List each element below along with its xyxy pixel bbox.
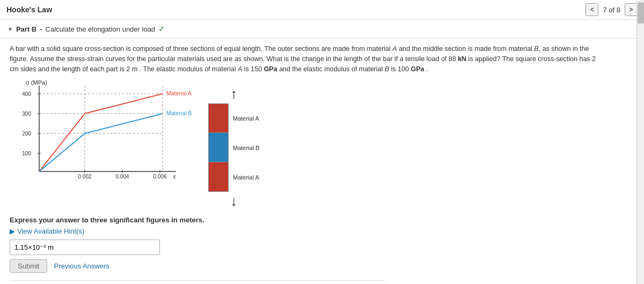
submit-button[interactable]: Submit [10, 259, 47, 273]
svg-text:0.002: 0.002 [78, 174, 91, 180]
chart-svg: σ (MPa) ε 400 300 200 100 [10, 80, 192, 198]
svg-text:400: 400 [22, 91, 31, 97]
bar-label-bot: Material A [233, 162, 260, 192]
hint-link[interactable]: ▶ View Available Hint(s) [10, 227, 634, 235]
nav-controls: < 7 of 8 > [586, 3, 638, 16]
prev-button[interactable]: < [586, 3, 598, 16]
diagram-area: σ (MPa) ε 400 300 200 100 [10, 80, 634, 210]
svg-text:200: 200 [22, 131, 31, 137]
bar-segment-top-red [208, 103, 229, 133]
answer-input[interactable] [10, 240, 160, 255]
bar-segment-blue [208, 133, 229, 162]
arrow-down-icon: ↓ [230, 193, 237, 210]
bar-label-top: Material A [233, 103, 260, 133]
bar-segments [208, 103, 229, 192]
svg-text:100: 100 [22, 151, 31, 156]
svg-text:0.004: 0.004 [115, 174, 129, 180]
bar-diagram: ↑ Material A Material B Material A [208, 86, 260, 210]
part-description: Calculate the elongation under load [46, 25, 156, 33]
input-row [10, 240, 634, 255]
previous-answers-link[interactable]: Previous Answers [54, 262, 109, 270]
nav-count: 7 of 8 [603, 6, 620, 14]
next-button[interactable]: > [625, 3, 638, 16]
svg-text:Material B: Material B [166, 110, 192, 116]
part-header: ▼ Part B - Calculate the elongation unde… [0, 20, 644, 39]
page-title: Hooke's Law [6, 5, 52, 14]
next-icon: > [629, 6, 633, 13]
problem-text: A bar with a solid square cross-section … [10, 44, 600, 74]
svg-text:300: 300 [22, 111, 31, 117]
header: Hooke's Law < 7 of 8 > [0, 0, 644, 20]
arrow-up-icon: ↑ [230, 86, 237, 102]
hint-arrow-icon: ▶ [10, 227, 15, 235]
bar-with-labels: Material A Material B Material A [208, 103, 260, 192]
checkmark-icon: ✓ [158, 24, 165, 34]
main-content: A bar with a solid square cross-section … [0, 39, 644, 284]
svg-text:Material A: Material A [166, 90, 192, 96]
svg-text:0.006: 0.006 [153, 174, 166, 180]
bar-segment-bottom-red [208, 162, 229, 192]
answer-section: Express your answer to three significant… [10, 216, 634, 273]
hint-label: View Available Hint(s) [17, 227, 84, 235]
collapse-icon[interactable]: ▼ [8, 26, 13, 32]
scrollbar-thumb[interactable] [638, 2, 644, 24]
stress-strain-chart: σ (MPa) ε 400 300 200 100 [10, 80, 192, 198]
svg-text:ε: ε [173, 173, 176, 180]
bar-labels: Material A Material B Material A [233, 103, 260, 192]
correct-row: ✓ Correct [10, 280, 385, 284]
part-label: Part B [16, 25, 36, 33]
button-row: Submit Previous Answers [10, 259, 634, 273]
svg-text:σ (MPa): σ (MPa) [26, 80, 47, 86]
dash: - [40, 25, 42, 33]
express-instructions: Express your answer to three significant… [10, 216, 634, 224]
bar-label-mid: Material B [233, 133, 260, 162]
prev-icon: < [590, 6, 594, 13]
scrollbar[interactable] [636, 0, 644, 284]
